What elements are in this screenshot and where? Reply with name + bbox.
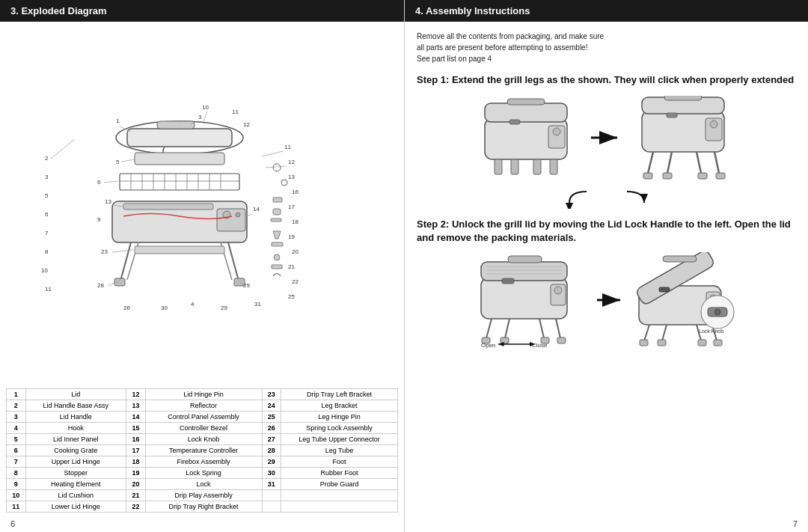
svg-text:10: 10 xyxy=(41,267,48,274)
svg-text:6: 6 xyxy=(45,211,49,218)
svg-text:11: 11 xyxy=(45,286,52,293)
svg-text:17: 17 xyxy=(288,204,295,210)
svg-text:1: 1 xyxy=(116,117,120,124)
svg-rect-8 xyxy=(135,153,224,165)
svg-rect-87 xyxy=(485,103,567,122)
svg-rect-62 xyxy=(273,198,282,202)
svg-rect-110 xyxy=(716,173,725,179)
svg-text:20: 20 xyxy=(292,248,299,255)
svg-text:14: 14 xyxy=(253,206,260,213)
svg-line-34 xyxy=(120,242,131,284)
svg-rect-104 xyxy=(643,173,652,179)
svg-rect-44 xyxy=(135,246,224,254)
svg-rect-149 xyxy=(698,340,706,346)
svg-text:13: 13 xyxy=(288,174,295,180)
step1-images xyxy=(405,90,808,188)
svg-text:5: 5 xyxy=(45,192,49,199)
svg-text:Lock Knob: Lock Knob xyxy=(699,328,723,334)
svg-text:6: 6 xyxy=(97,179,101,186)
left-header: 3. Exploded Diagram xyxy=(0,0,404,22)
svg-rect-145 xyxy=(640,340,648,346)
parts-table-container: 1 Lid 12 Lid Hinge Pin 23 Drip Tray Left… xyxy=(0,388,404,516)
step1-title: Step 1: Extend the grill legs as the sho… xyxy=(405,67,808,90)
svg-rect-25 xyxy=(217,209,245,231)
svg-text:29: 29 xyxy=(221,305,227,311)
svg-text:3: 3 xyxy=(198,114,202,120)
svg-rect-95 xyxy=(509,120,520,124)
svg-point-154 xyxy=(714,309,720,315)
step2-grill-open: Lock Knob xyxy=(633,252,741,349)
svg-point-66 xyxy=(274,254,280,260)
svg-point-102 xyxy=(710,120,717,128)
svg-text:11: 11 xyxy=(284,144,291,150)
step2-images: Open Close xyxy=(405,248,808,353)
svg-line-23 xyxy=(104,181,118,183)
svg-text:30: 30 xyxy=(161,305,168,311)
left-page-number: 6 xyxy=(0,516,404,532)
svg-text:16: 16 xyxy=(292,189,299,195)
svg-text:5: 5 xyxy=(116,159,120,165)
svg-text:Open: Open xyxy=(481,342,496,349)
svg-text:31: 31 xyxy=(254,301,261,308)
svg-text:29: 29 xyxy=(243,282,250,289)
svg-rect-67 xyxy=(272,265,282,269)
svg-rect-65 xyxy=(272,242,283,246)
step2-title: Step 2: Unlock the grill lid by moving t… xyxy=(405,212,808,248)
svg-text:Close: Close xyxy=(532,342,548,349)
svg-rect-115 xyxy=(481,262,567,281)
svg-rect-100 xyxy=(664,96,702,100)
svg-rect-126 xyxy=(501,337,509,343)
svg-rect-122 xyxy=(502,278,514,284)
svg-rect-30 xyxy=(123,204,213,210)
right-page-number: 7 xyxy=(405,516,808,532)
svg-text:12: 12 xyxy=(243,121,250,128)
svg-point-60 xyxy=(273,164,281,171)
svg-point-27 xyxy=(236,213,240,217)
svg-line-46 xyxy=(112,250,133,252)
svg-rect-130 xyxy=(557,337,566,343)
svg-text:25: 25 xyxy=(288,293,295,300)
svg-text:19: 19 xyxy=(288,233,295,240)
svg-text:9: 9 xyxy=(97,216,101,223)
step2-arrow xyxy=(596,289,625,313)
svg-rect-91 xyxy=(495,159,502,174)
svg-text:3: 3 xyxy=(45,174,49,180)
svg-point-90 xyxy=(553,128,560,135)
svg-line-50 xyxy=(266,166,287,168)
curved-arrow-right xyxy=(622,188,648,209)
curved-arrow-left xyxy=(566,188,592,209)
svg-rect-147 xyxy=(658,340,666,346)
svg-line-48 xyxy=(262,151,283,156)
svg-rect-94 xyxy=(550,159,557,174)
svg-text:22: 22 xyxy=(292,278,299,285)
svg-line-29 xyxy=(247,214,252,216)
svg-text:28: 28 xyxy=(97,282,104,289)
svg-rect-88 xyxy=(507,99,545,105)
svg-text:10: 10 xyxy=(202,104,209,111)
svg-text:7: 7 xyxy=(45,230,49,236)
svg-point-121 xyxy=(554,287,562,294)
svg-rect-63 xyxy=(273,209,281,215)
svg-text:2: 2 xyxy=(45,155,49,162)
step1-arrow xyxy=(590,125,623,153)
svg-rect-151 xyxy=(714,340,722,346)
right-page: 4. Assembly Instructions Remove all the … xyxy=(404,0,808,532)
svg-rect-64 xyxy=(271,218,281,221)
svg-point-61 xyxy=(281,180,287,186)
intro-line-3: See part list on page 4 xyxy=(417,55,492,63)
svg-rect-108 xyxy=(698,173,707,179)
intro-line-1: Remove all the contents from packaging, … xyxy=(417,32,604,40)
svg-text:21: 21 xyxy=(288,263,295,270)
left-page: 3. Exploded Diagram 1 3 4 5 xyxy=(0,0,404,532)
exploded-diagram-area: 1 3 4 5 6 xyxy=(0,22,404,388)
svg-rect-4 xyxy=(157,121,195,129)
svg-line-36 xyxy=(228,242,239,284)
svg-rect-1 xyxy=(127,129,232,147)
step1-grill-extended xyxy=(631,96,739,182)
svg-rect-92 xyxy=(511,159,518,174)
svg-text:13: 13 xyxy=(105,198,111,205)
assembly-intro: Remove all the contents from packaging, … xyxy=(405,22,808,67)
right-header: 4. Assembly Instructions xyxy=(405,0,808,22)
svg-text:12: 12 xyxy=(288,159,295,165)
svg-rect-140 xyxy=(663,256,697,262)
